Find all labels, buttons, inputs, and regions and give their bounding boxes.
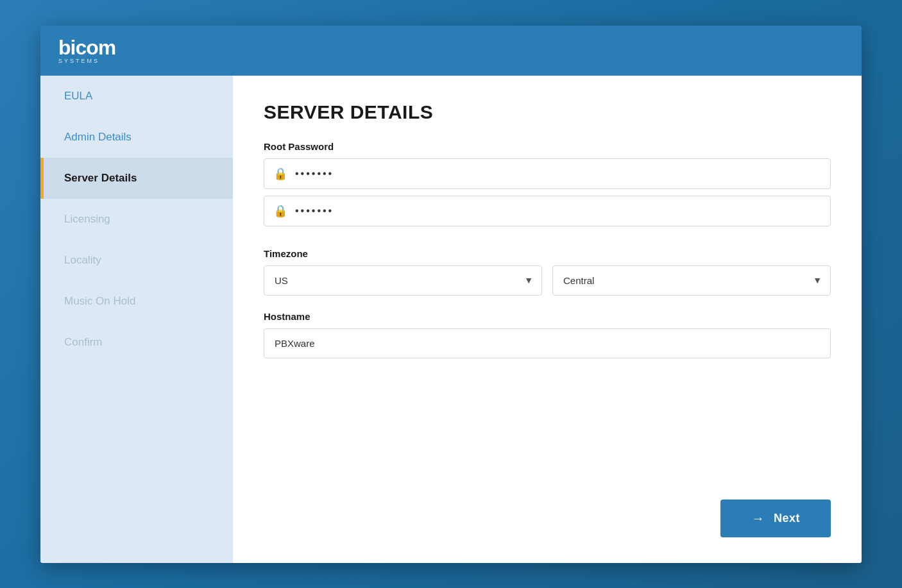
timezone-section: Timezone USAmericaEuropeAsiaAfricaAustra… (264, 248, 831, 296)
sidebar-item-confirm: Confirm (40, 322, 233, 363)
root-password-section: Root Password 🔒 🔒 (264, 141, 831, 233)
sidebar-item-eula[interactable]: EULA (40, 76, 233, 117)
main-content: SERVER DETAILS Root Password 🔒 🔒 Timezon… (233, 76, 862, 563)
timezone-region-select[interactable]: USAmericaEuropeAsiaAfricaAustralia (264, 265, 542, 296)
page-title: SERVER DETAILS (264, 101, 831, 123)
sidebar-item-music-on-hold: Music On Hold (40, 281, 233, 322)
next-button[interactable]: → Next (720, 500, 831, 537)
sidebar-item-server-details[interactable]: Server Details (40, 158, 233, 199)
footer-area: → Next (264, 374, 831, 537)
sidebar: EULAAdmin DetailsServer DetailsLicensing… (40, 76, 233, 563)
timezone-city-select[interactable]: CentralEasternMountainPacificAlaskaHawai… (552, 265, 831, 296)
next-arrow-icon: → (751, 511, 765, 526)
lock-icon-1: 🔒 (273, 167, 287, 181)
hostname-input[interactable] (264, 328, 831, 358)
logo-sub: SYSTEMS (58, 58, 115, 64)
password-input-wrapper-2: 🔒 (264, 196, 831, 226)
sidebar-item-admin-details[interactable]: Admin Details (40, 117, 233, 158)
timezone-city-wrapper: CentralEasternMountainPacificAlaskaHawai… (552, 265, 831, 296)
logo: bicom SYSTEMS (58, 37, 115, 64)
root-password-input[interactable] (295, 159, 821, 189)
sidebar-item-licensing: Licensing (40, 199, 233, 240)
lock-icon-2: 🔒 (273, 204, 287, 218)
next-button-label: Next (774, 512, 800, 525)
app-wrapper: bicom SYSTEMS EULAAdmin DetailsServer De… (40, 26, 862, 563)
logo-main: bicom (58, 36, 115, 59)
root-password-confirm-input[interactable] (295, 196, 821, 226)
root-password-label: Root Password (264, 141, 831, 152)
app-header: bicom SYSTEMS (40, 26, 862, 76)
app-body: EULAAdmin DetailsServer DetailsLicensing… (40, 76, 862, 563)
hostname-section: Hostname (264, 311, 831, 358)
timezone-region-wrapper: USAmericaEuropeAsiaAfricaAustralia ▼ (264, 265, 542, 296)
timezone-row: USAmericaEuropeAsiaAfricaAustralia ▼ Cen… (264, 265, 831, 296)
sidebar-item-locality: Locality (40, 240, 233, 281)
timezone-label: Timezone (264, 248, 831, 259)
password-input-wrapper-1: 🔒 (264, 158, 831, 189)
hostname-label: Hostname (264, 311, 831, 322)
